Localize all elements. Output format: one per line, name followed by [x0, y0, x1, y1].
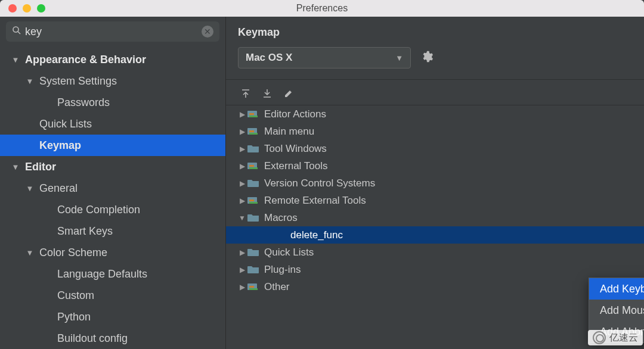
sidebar-item-label: General	[39, 182, 78, 195]
sidebar-item-label: Buildout config	[57, 332, 128, 345]
disclosure-arrow-icon: ▼	[11, 163, 20, 172]
svg-rect-10	[249, 133, 258, 135]
sidebar-item-passwords[interactable]: Passwords	[0, 92, 225, 113]
folder-icon	[247, 144, 259, 154]
sidebar-item-label: Smart Keys	[57, 225, 113, 238]
disclosure-arrow-icon: ▼	[25, 248, 35, 257]
disclosure-arrow-icon: ▶	[237, 162, 247, 170]
sidebar-item-editor[interactable]: ▼Editor	[0, 156, 225, 177]
action-row-label: Version Control Systems	[264, 177, 375, 189]
sidebar-item-quick-lists[interactable]: Quick Lists	[0, 113, 225, 135]
action-row-editor-actions[interactable]: ▶Editor Actions	[226, 105, 644, 123]
window-controls	[0, 4, 45, 13]
expand-all-icon[interactable]	[240, 88, 251, 99]
close-window-button[interactable]	[8, 4, 17, 13]
sidebar-item-system-settings[interactable]: ▼System Settings	[0, 70, 225, 92]
disclosure-arrow-icon: ▶	[237, 197, 247, 205]
minimize-window-button[interactable]	[23, 4, 31, 13]
sidebar-item-appearance-behavior[interactable]: ▼Appearance & Behavior	[0, 49, 225, 70]
disclosure-arrow-icon: ▼	[237, 214, 247, 222]
sidebar-item-label: System Settings	[39, 75, 117, 88]
disclosure-arrow-icon: ▶	[237, 283, 247, 291]
action-row-label: Other	[264, 281, 290, 293]
window-body: ✕ ▼Appearance & Behavior▼System Settings…	[0, 17, 644, 349]
action-row-tool-windows[interactable]: ▶Tool Windows	[226, 140, 644, 157]
disclosure-arrow-icon: ▼	[11, 55, 20, 64]
disclosure-arrow-icon: ▶	[237, 179, 247, 188]
zoom-window-button[interactable]	[37, 4, 45, 13]
search-input[interactable]	[25, 26, 202, 38]
action-row-delete-func[interactable]: delete_func	[226, 226, 644, 244]
sidebar-item-label: Language Defaults	[57, 268, 147, 281]
action-row-plug-ins[interactable]: ▶Plug-ins	[226, 261, 644, 278]
disclosure-arrow-icon: ▶	[237, 145, 247, 153]
sidebar-item-label: Passwords	[57, 96, 110, 109]
titlebar: Preferences	[0, 0, 644, 17]
folder-icon	[247, 265, 259, 275]
sidebar-item-label: Editor	[25, 161, 56, 173]
collapse-all-icon[interactable]	[262, 88, 273, 99]
keymap-dropdown-value: Mac OS X	[246, 52, 292, 64]
action-row-external-tools[interactable]: ▶External Tools	[226, 157, 644, 174]
blank-icon	[274, 230, 286, 240]
sidebar-item-label: Keymap	[39, 139, 81, 152]
stack-icon	[247, 282, 259, 292]
folder-icon	[247, 248, 259, 257]
action-row-quick-lists[interactable]: ▶Quick Lists	[226, 244, 644, 261]
search-input-wrapper[interactable]: ✕	[6, 21, 219, 42]
main-panel: Keymap Mac OS X ▼	[225, 17, 644, 349]
action-row-label: External Tools	[264, 160, 327, 172]
clear-search-icon[interactable]: ✕	[202, 26, 213, 38]
sidebar-item-general[interactable]: ▼General	[0, 177, 225, 199]
sidebar-item-python[interactable]: Python	[0, 306, 225, 328]
disclosure-arrow-icon: ▶	[237, 127, 247, 136]
sidebar-item-keymap[interactable]: Keymap	[0, 135, 225, 156]
action-row-main-menu[interactable]: ▶Main menu	[226, 123, 644, 140]
sidebar-item-language-defaults[interactable]: Language Defaults	[0, 263, 225, 285]
watermark-icon	[593, 331, 606, 344]
preferences-window: Preferences ✕ ▼Appearance & Behavior▼Sys…	[0, 0, 644, 349]
menu-item-add-keyboard-shortcut[interactable]: Add Keyboard Shortcut	[589, 278, 644, 300]
folder-icon	[247, 179, 259, 188]
search-container: ✕	[0, 21, 225, 49]
action-row-label: Quick Lists	[264, 247, 314, 258]
action-row-remote-external-tools[interactable]: ▶Remote External Tools	[226, 192, 644, 209]
main-header: Keymap	[226, 17, 644, 39]
svg-rect-17	[249, 200, 254, 201]
menu-item-add-mouse-shortcut[interactable]: Add Mouse Shortcut	[589, 300, 644, 321]
folder-icon	[247, 213, 259, 223]
action-row-version-control-systems[interactable]: ▶Version Control Systems	[226, 174, 644, 192]
sidebar-item-color-scheme[interactable]: ▼Color Scheme	[0, 242, 225, 263]
action-row-label: Macros	[264, 212, 298, 224]
search-icon	[12, 26, 21, 38]
watermark: 亿速云	[588, 330, 643, 345]
svg-rect-8	[249, 113, 254, 115]
action-row-macros[interactable]: ▼Macros	[226, 209, 644, 226]
action-row-label: Main menu	[264, 126, 314, 138]
svg-rect-14	[249, 165, 254, 167]
stack-icon	[247, 110, 259, 119]
action-tree[interactable]: ▶Editor Actions▶Main menu▶Tool Windows▶E…	[226, 105, 644, 349]
gear-icon[interactable]	[420, 50, 434, 66]
sidebar: ✕ ▼Appearance & Behavior▼System Settings…	[0, 17, 225, 349]
keymap-dropdown[interactable]: Mac OS X ▼	[238, 47, 411, 68]
settings-tree[interactable]: ▼Appearance & Behavior▼System SettingsPa…	[0, 49, 225, 349]
svg-rect-16	[249, 202, 258, 204]
svg-rect-11	[249, 130, 254, 132]
sidebar-item-label: Color Scheme	[39, 247, 107, 259]
action-row-other[interactable]: ▶Other	[226, 278, 644, 295]
edit-icon[interactable]	[283, 88, 294, 99]
action-row-label: Plug-ins	[264, 264, 301, 276]
sidebar-item-code-completion[interactable]: Code Completion	[0, 199, 225, 220]
disclosure-arrow-icon: ▶	[237, 266, 247, 274]
keymap-selector-row: Mac OS X ▼	[226, 39, 644, 79]
sidebar-item-custom[interactable]: Custom	[0, 285, 225, 306]
sidebar-item-smart-keys[interactable]: Smart Keys	[0, 220, 225, 242]
disclosure-arrow-icon: ▶	[237, 248, 247, 257]
sidebar-item-buildout-config[interactable]: Buildout config	[0, 328, 225, 349]
svg-rect-7	[249, 116, 258, 117]
sidebar-item-label: Code Completion	[57, 204, 140, 216]
action-row-label: delete_func	[290, 229, 343, 241]
sidebar-item-label: Appearance & Behavior	[25, 54, 146, 66]
disclosure-arrow-icon: ▶	[237, 110, 247, 119]
